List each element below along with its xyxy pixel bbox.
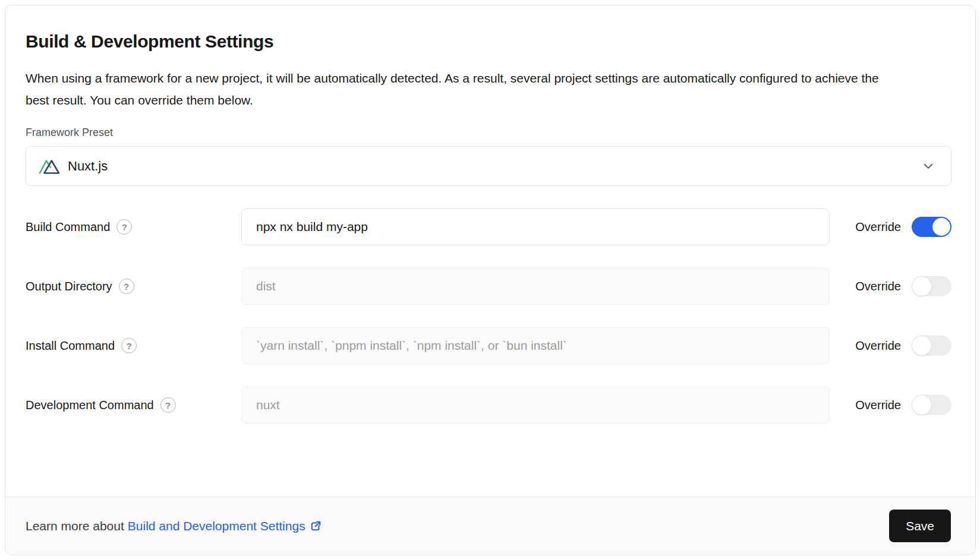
override-toggle[interactable] — [912, 276, 951, 296]
card-footer: Learn more about Build and Development S… — [5, 496, 975, 555]
settings-rows: Build Command ? Override Output Director… — [26, 208, 951, 423]
install-command-row: Install Command ? Override — [26, 327, 951, 364]
output-directory-input — [241, 268, 830, 305]
external-link-icon — [308, 519, 323, 533]
build-settings-card: Build & Development Settings When using … — [5, 5, 976, 555]
toggle-knob — [932, 218, 950, 236]
row-label: Development Command — [26, 398, 154, 412]
build-dev-settings-link[interactable]: Build and Development Settings — [128, 519, 305, 533]
help-icon[interactable]: ? — [121, 338, 137, 353]
override-toggle[interactable] — [912, 395, 951, 415]
nuxt-logo-icon — [39, 157, 60, 175]
save-button[interactable]: Save — [889, 510, 951, 542]
page-title: Build & Development Settings — [26, 31, 951, 52]
learn-more-prefix: Learn more about — [26, 519, 124, 533]
learn-more-text: Learn more about Build and Development S… — [26, 519, 323, 533]
toggle-knob — [912, 395, 932, 415]
development-command-row: Development Command ? Override — [26, 387, 951, 423]
override-label: Override — [855, 280, 901, 293]
toggle-knob — [912, 336, 932, 356]
framework-preset-select[interactable]: Nuxt.js — [26, 146, 951, 186]
development-command-input — [241, 387, 830, 423]
row-label: Install Command — [26, 339, 115, 353]
help-icon[interactable]: ? — [116, 219, 132, 235]
build-command-input[interactable] — [241, 208, 830, 245]
framework-preset-label: Framework Preset — [26, 126, 951, 139]
override-label: Override — [855, 339, 901, 353]
toggle-knob — [912, 276, 932, 296]
card-content: Build & Development Settings When using … — [5, 5, 975, 496]
help-icon[interactable]: ? — [119, 279, 134, 294]
section-description: When using a framework for a new project… — [26, 67, 884, 111]
row-label: Build Command — [26, 220, 110, 234]
chevron-down-icon — [920, 158, 937, 175]
framework-preset-value: Nuxt.js — [68, 159, 920, 174]
install-command-input — [241, 327, 830, 364]
override-toggle[interactable] — [912, 217, 951, 237]
override-label: Override — [855, 398, 901, 412]
output-directory-row: Output Directory ? Override — [26, 268, 951, 305]
row-label: Output Directory — [26, 280, 112, 293]
override-label: Override — [855, 220, 901, 234]
override-toggle[interactable] — [912, 336, 951, 356]
build-command-row: Build Command ? Override — [26, 208, 951, 245]
help-icon[interactable]: ? — [160, 397, 176, 413]
